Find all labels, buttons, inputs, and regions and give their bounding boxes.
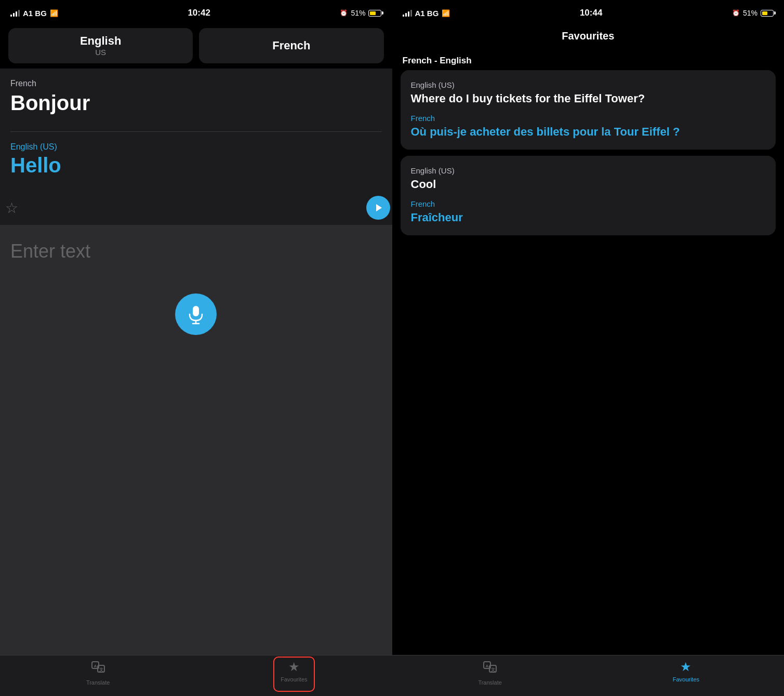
favourite-star-btn[interactable]: ☆ [2,196,21,220]
signal-bars-1 [10,9,20,17]
alarm-icon-1: ⏰ [340,9,348,17]
translated-content: English (US) Hello [0,132,392,196]
translate-icon-svg-1: A 文 [91,660,105,674]
tab-highlight-box [273,657,315,692]
section-header: French - English [392,49,785,70]
source-text: Bonjour [10,91,382,115]
target-lang-name: French [272,39,310,52]
source-lang-name: English [80,34,121,48]
battery-1 [368,10,381,17]
translation-content: French Bonjour [0,69,392,131]
fav-list[interactable]: English (US) Where do I buy tickets for … [392,70,785,655]
fav-card-2[interactable]: English (US) Cool French Fraîcheur [401,156,776,235]
wifi-icon-2: 📶 [442,9,450,17]
battery-pct-2: 51% [743,9,758,17]
battery-2 [761,10,774,17]
tab-favourites-1[interactable]: ★ Favourites [196,660,392,686]
alarm-icon-2: ⏰ [732,9,740,17]
input-area[interactable]: Enter text [0,225,392,655]
svg-text:文: 文 [491,667,495,672]
favourites-header: Favourites [392,23,785,49]
translate-icon-svg-2: A 文 [483,660,497,674]
carrier-2: A1 BG [415,9,439,18]
status-left-2: A1 BG 📶 [403,9,450,18]
fav-card-2-trans-text: Fraîcheur [411,210,766,225]
mic-icon [185,304,206,325]
battery-fill-2 [762,11,767,15]
fav-card-1-trans-text: Où puis-je acheter des billets pour la T… [411,125,766,140]
battery-icon-1 [368,10,381,17]
translate-tab-label-1: Translate [86,679,110,686]
fav-card-1-source-text: Where do I buy tickets for the Eiffel To… [411,91,766,106]
translated-lang-label: English (US) [10,142,382,152]
translate-tab-icon-1: A 文 [91,660,105,677]
tab-translate-1[interactable]: A 文 Translate [0,660,196,686]
screen2-favourites: A1 BG 📶 10:44 ⏰ 51% Favourites French - … [392,0,785,696]
wifi-icon-1: 📶 [50,9,58,17]
signal-bars-2 [403,9,412,17]
svg-text:A: A [94,664,97,668]
fav-card-2-source-text: Cool [411,177,766,192]
play-btn[interactable] [366,196,390,220]
svg-text:A: A [486,664,489,668]
source-lang-label: French [10,79,382,88]
status-left-1: A1 BG 📶 [10,9,58,18]
tab-favourites-2[interactable]: ★ Favourites [588,660,784,686]
translation-box: French Bonjour English (US) Hello ☆ [0,69,392,225]
fav-card-2-source-lang: English (US) [411,166,766,175]
source-lang-btn[interactable]: English US [8,28,193,63]
mic-button[interactable] [175,293,217,335]
target-lang-btn[interactable]: French [199,28,383,63]
favourites-tab-icon-2: ★ [680,660,692,674]
translate-tab-icon-2: A 文 [483,660,497,677]
svg-marker-0 [376,204,382,211]
tab-bar-1: A 文 Translate ★ Favourites [0,655,392,696]
lang-selector: English US French [0,23,392,69]
battery-pct-1: 51% [351,9,365,17]
time-1: 10:42 [188,8,210,18]
status-right-1: ⏰ 51% [340,9,381,17]
battery-icon-2 [761,10,774,17]
svg-text:文: 文 [99,667,103,672]
battery-fill-1 [370,11,375,15]
status-bar-2: A1 BG 📶 10:44 ⏰ 51% [392,0,785,23]
carrier-1: A1 BG [23,9,47,18]
favourites-tab-label-2: Favourites [673,676,699,682]
status-bar-1: A1 BG 📶 10:42 ⏰ 51% [0,0,392,23]
tab-translate-2[interactable]: A 文 Translate [392,660,588,686]
screen1-translate: A1 BG 📶 10:42 ⏰ 51% English US French Fr… [0,0,392,696]
enter-text-label: Enter text [10,240,90,262]
play-icon [373,203,383,213]
fav-card-1-source-lang: English (US) [411,81,766,89]
status-right-2: ⏰ 51% [732,9,774,17]
translation-actions: ☆ [0,196,392,225]
source-lang-sub: US [95,48,106,57]
section-label: French - English [403,56,472,65]
translate-tab-label-2: Translate [478,679,501,686]
fav-card-1[interactable]: English (US) Where do I buy tickets for … [401,70,776,150]
time-2: 10:44 [580,8,602,18]
tab-bar-2: A 文 Translate ★ Favourites [392,655,785,696]
favourites-title: Favourites [562,30,614,42]
translated-text: Hello [10,154,382,177]
fav-card-2-trans-lang: French [411,199,766,208]
fav-card-1-trans-lang: French [411,114,766,123]
svg-rect-1 [193,306,199,316]
